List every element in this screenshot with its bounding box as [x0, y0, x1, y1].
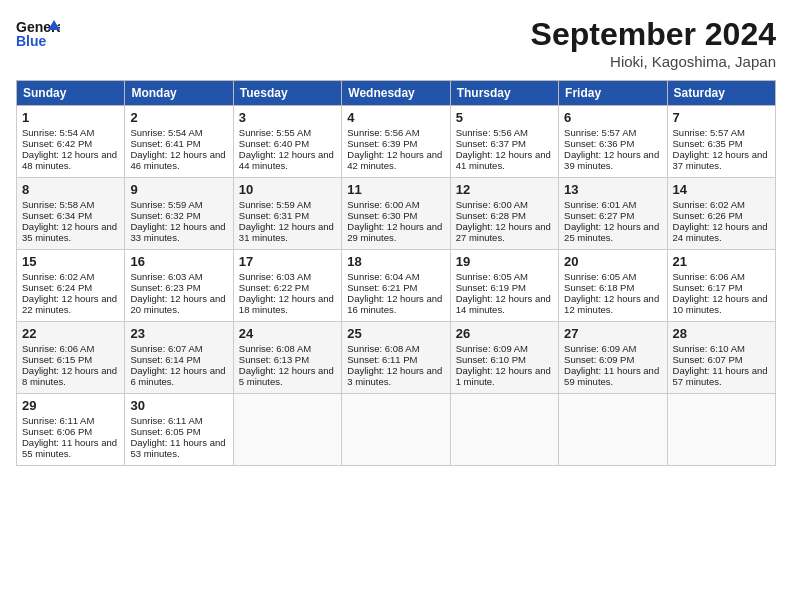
day-number: 29	[22, 398, 119, 413]
day-number: 16	[130, 254, 227, 269]
sunset-label: Sunset: 6:37 PM	[456, 138, 526, 149]
calendar-cell: 19Sunrise: 6:05 AMSunset: 6:19 PMDayligh…	[450, 250, 558, 322]
sunset-label: Sunset: 6:30 PM	[347, 210, 417, 221]
calendar-cell: 9Sunrise: 5:59 AMSunset: 6:32 PMDaylight…	[125, 178, 233, 250]
calendar-cell: 20Sunrise: 6:05 AMSunset: 6:18 PMDayligh…	[559, 250, 667, 322]
calendar-body: 1Sunrise: 5:54 AMSunset: 6:42 PMDaylight…	[17, 106, 776, 466]
calendar-week-row: 29Sunrise: 6:11 AMSunset: 6:06 PMDayligh…	[17, 394, 776, 466]
day-number: 14	[673, 182, 770, 197]
sunset-label: Sunset: 6:31 PM	[239, 210, 309, 221]
sunset-label: Sunset: 6:42 PM	[22, 138, 92, 149]
day-number: 25	[347, 326, 444, 341]
sunset-label: Sunset: 6:21 PM	[347, 282, 417, 293]
sunset-label: Sunset: 6:23 PM	[130, 282, 200, 293]
calendar-cell: 7Sunrise: 5:57 AMSunset: 6:35 PMDaylight…	[667, 106, 775, 178]
daylight-label: Daylight: 12 hours and 8 minutes.	[22, 365, 117, 387]
sunrise-label: Sunrise: 6:03 AM	[130, 271, 202, 282]
daylight-label: Daylight: 12 hours and 3 minutes.	[347, 365, 442, 387]
sunset-label: Sunset: 6:14 PM	[130, 354, 200, 365]
sunset-label: Sunset: 6:18 PM	[564, 282, 634, 293]
sunrise-label: Sunrise: 6:10 AM	[673, 343, 745, 354]
day-number: 4	[347, 110, 444, 125]
sunrise-label: Sunrise: 6:01 AM	[564, 199, 636, 210]
col-wednesday: Wednesday	[342, 81, 450, 106]
col-friday: Friday	[559, 81, 667, 106]
sunrise-label: Sunrise: 6:11 AM	[22, 415, 94, 426]
calendar-cell: 22Sunrise: 6:06 AMSunset: 6:15 PMDayligh…	[17, 322, 125, 394]
day-number: 15	[22, 254, 119, 269]
calendar-week-row: 8Sunrise: 5:58 AMSunset: 6:34 PMDaylight…	[17, 178, 776, 250]
calendar-cell: 6Sunrise: 5:57 AMSunset: 6:36 PMDaylight…	[559, 106, 667, 178]
sunset-label: Sunset: 6:22 PM	[239, 282, 309, 293]
daylight-label: Daylight: 12 hours and 6 minutes.	[130, 365, 225, 387]
sunset-label: Sunset: 6:40 PM	[239, 138, 309, 149]
calendar-cell: 28Sunrise: 6:10 AMSunset: 6:07 PMDayligh…	[667, 322, 775, 394]
sunrise-label: Sunrise: 6:08 AM	[347, 343, 419, 354]
day-number: 7	[673, 110, 770, 125]
sunrise-label: Sunrise: 5:59 AM	[130, 199, 202, 210]
sunset-label: Sunset: 6:32 PM	[130, 210, 200, 221]
sunrise-label: Sunrise: 5:59 AM	[239, 199, 311, 210]
calendar-header-row: Sunday Monday Tuesday Wednesday Thursday…	[17, 81, 776, 106]
calendar-cell	[450, 394, 558, 466]
calendar-cell	[667, 394, 775, 466]
calendar-cell: 3Sunrise: 5:55 AMSunset: 6:40 PMDaylight…	[233, 106, 341, 178]
calendar-cell: 11Sunrise: 6:00 AMSunset: 6:30 PMDayligh…	[342, 178, 450, 250]
sunrise-label: Sunrise: 5:57 AM	[673, 127, 745, 138]
daylight-label: Daylight: 11 hours and 53 minutes.	[130, 437, 225, 459]
col-monday: Monday	[125, 81, 233, 106]
sunrise-label: Sunrise: 5:54 AM	[22, 127, 94, 138]
day-number: 12	[456, 182, 553, 197]
calendar-cell	[233, 394, 341, 466]
sunrise-label: Sunrise: 5:55 AM	[239, 127, 311, 138]
sunset-label: Sunset: 6:27 PM	[564, 210, 634, 221]
daylight-label: Daylight: 11 hours and 57 minutes.	[673, 365, 768, 387]
col-sunday: Sunday	[17, 81, 125, 106]
daylight-label: Daylight: 12 hours and 44 minutes.	[239, 149, 334, 171]
day-number: 27	[564, 326, 661, 341]
day-number: 11	[347, 182, 444, 197]
calendar-cell: 23Sunrise: 6:07 AMSunset: 6:14 PMDayligh…	[125, 322, 233, 394]
sunrise-label: Sunrise: 6:00 AM	[347, 199, 419, 210]
daylight-label: Daylight: 11 hours and 55 minutes.	[22, 437, 117, 459]
day-number: 18	[347, 254, 444, 269]
sunrise-label: Sunrise: 6:08 AM	[239, 343, 311, 354]
calendar-cell: 15Sunrise: 6:02 AMSunset: 6:24 PMDayligh…	[17, 250, 125, 322]
sunset-label: Sunset: 6:39 PM	[347, 138, 417, 149]
sunrise-label: Sunrise: 5:57 AM	[564, 127, 636, 138]
sunset-label: Sunset: 6:10 PM	[456, 354, 526, 365]
sunrise-label: Sunrise: 6:00 AM	[456, 199, 528, 210]
calendar-cell: 5Sunrise: 5:56 AMSunset: 6:37 PMDaylight…	[450, 106, 558, 178]
sunrise-label: Sunrise: 6:02 AM	[673, 199, 745, 210]
calendar-cell: 29Sunrise: 6:11 AMSunset: 6:06 PMDayligh…	[17, 394, 125, 466]
daylight-label: Daylight: 12 hours and 5 minutes.	[239, 365, 334, 387]
sunrise-label: Sunrise: 6:09 AM	[456, 343, 528, 354]
day-number: 1	[22, 110, 119, 125]
daylight-label: Daylight: 12 hours and 12 minutes.	[564, 293, 659, 315]
calendar-week-row: 1Sunrise: 5:54 AMSunset: 6:42 PMDaylight…	[17, 106, 776, 178]
sunrise-label: Sunrise: 6:06 AM	[673, 271, 745, 282]
calendar-cell: 24Sunrise: 6:08 AMSunset: 6:13 PMDayligh…	[233, 322, 341, 394]
sunset-label: Sunset: 6:36 PM	[564, 138, 634, 149]
daylight-label: Daylight: 12 hours and 37 minutes.	[673, 149, 768, 171]
calendar-cell: 18Sunrise: 6:04 AMSunset: 6:21 PMDayligh…	[342, 250, 450, 322]
logo-icon: General Blue	[16, 16, 60, 52]
calendar-cell: 26Sunrise: 6:09 AMSunset: 6:10 PMDayligh…	[450, 322, 558, 394]
daylight-label: Daylight: 12 hours and 27 minutes.	[456, 221, 551, 243]
day-number: 30	[130, 398, 227, 413]
day-number: 9	[130, 182, 227, 197]
svg-text:Blue: Blue	[16, 33, 47, 49]
daylight-label: Daylight: 12 hours and 25 minutes.	[564, 221, 659, 243]
logo: General Blue	[16, 16, 64, 52]
sunset-label: Sunset: 6:28 PM	[456, 210, 526, 221]
sunset-label: Sunset: 6:24 PM	[22, 282, 92, 293]
calendar-cell: 13Sunrise: 6:01 AMSunset: 6:27 PMDayligh…	[559, 178, 667, 250]
daylight-label: Daylight: 12 hours and 31 minutes.	[239, 221, 334, 243]
daylight-label: Daylight: 12 hours and 20 minutes.	[130, 293, 225, 315]
day-number: 21	[673, 254, 770, 269]
day-number: 26	[456, 326, 553, 341]
calendar-cell: 10Sunrise: 5:59 AMSunset: 6:31 PMDayligh…	[233, 178, 341, 250]
daylight-label: Daylight: 11 hours and 59 minutes.	[564, 365, 659, 387]
calendar-table: Sunday Monday Tuesday Wednesday Thursday…	[16, 80, 776, 466]
day-number: 23	[130, 326, 227, 341]
